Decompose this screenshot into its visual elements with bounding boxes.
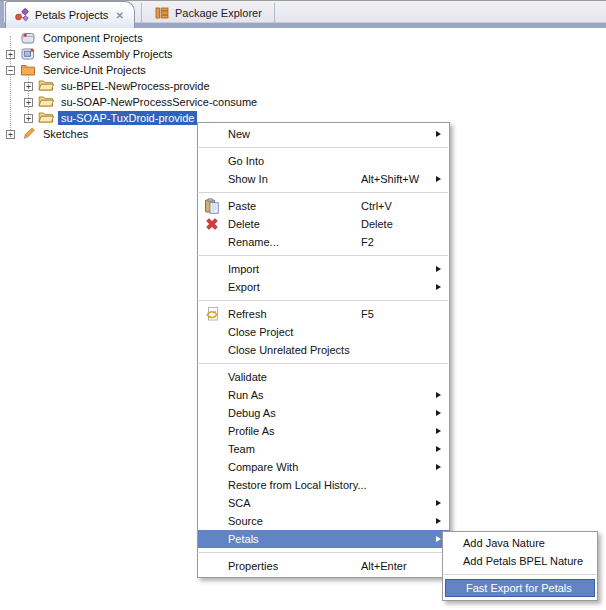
submenu-arrow-icon (436, 464, 441, 470)
petals-projects-view: Petals Projects ✕ Package Explorer Compo… (0, 0, 606, 610)
menu-item-validate[interactable]: Validate (198, 368, 449, 386)
submenu-arrow-icon (436, 500, 441, 506)
menu-item-compare-with[interactable]: Compare With (198, 458, 449, 476)
menu-item-run-as[interactable]: Run As (198, 386, 449, 404)
submenu-arrow-icon (436, 446, 441, 452)
package-explorer-icon (154, 5, 170, 21)
menu-item-add-java-nature[interactable]: Add Java Nature (443, 534, 597, 552)
folder-open-icon (38, 94, 54, 110)
menu-item-rename[interactable]: Rename... F2 (198, 233, 449, 251)
submenu-arrow-icon (436, 176, 441, 182)
menu-shortcut: F5 (361, 308, 374, 320)
folder-open-icon (38, 78, 54, 94)
menu-item-add-petals-bpel-nature[interactable]: Add Petals BPEL Nature (443, 552, 597, 570)
folder-icon (20, 62, 36, 78)
tree-item-label: su-SOAP-NewProcessService-consume (58, 95, 260, 109)
paste-icon (204, 198, 220, 214)
menu-separator (199, 363, 448, 364)
tree-item-su-soap-newprocessservice-consume[interactable]: + su-SOAP-NewProcessService-consume (6, 94, 260, 110)
menu-item-refresh[interactable]: Refresh F5 (198, 305, 449, 323)
menu-item-delete[interactable]: Delete Delete (198, 215, 449, 233)
component-project-icon (20, 30, 36, 46)
tree-item-service-unit-projects[interactable]: − Service-Unit Projects (6, 62, 149, 78)
menu-item-close-project[interactable]: Close Project (198, 323, 449, 341)
menu-separator (199, 192, 448, 193)
tree-item-su-bpel-newprocess-provide[interactable]: + su-BPEL-NewProcess-provide (6, 78, 213, 94)
refresh-icon (204, 306, 220, 322)
menu-item-petals[interactable]: Petals (198, 530, 449, 548)
menu-item-go-into[interactable]: Go Into (198, 152, 449, 170)
tree-item-label: Service Assembly Projects (40, 47, 176, 61)
menu-shortcut: Delete (361, 218, 393, 230)
submenu-arrow-icon (436, 518, 441, 524)
expand-plus-icon[interactable]: + (24, 98, 33, 107)
service-assembly-icon (20, 46, 36, 62)
menu-separator (444, 574, 596, 575)
expand-plus-icon[interactable]: + (24, 114, 33, 123)
submenu-arrow-icon (436, 428, 441, 434)
tree-item-sketches[interactable]: + Sketches (6, 126, 91, 142)
expand-plus-icon[interactable]: + (24, 82, 33, 91)
petals-logo-icon (14, 7, 30, 23)
menu-separator (199, 552, 448, 553)
tab-petals-projects[interactable]: Petals Projects ✕ (5, 1, 135, 28)
petals-submenu: Add Java Nature Add Petals BPEL Nature F… (442, 531, 598, 601)
pencil-icon (20, 126, 36, 142)
tree-item-component-projects[interactable]: Component Projects (6, 30, 146, 46)
tree-item-label: Component Projects (40, 31, 146, 45)
submenu-arrow-icon (436, 266, 441, 272)
folder-open-icon (38, 110, 54, 126)
tree-item-service-assembly-projects[interactable]: + Service Assembly Projects (6, 46, 176, 62)
menu-item-team[interactable]: Team (198, 440, 449, 458)
submenu-arrow-icon (436, 284, 441, 290)
menu-item-debug-as[interactable]: Debug As (198, 404, 449, 422)
menu-item-restore-from-local-history[interactable]: Restore from Local History... (198, 476, 449, 494)
menu-item-sca[interactable]: SCA (198, 494, 449, 512)
close-icon[interactable]: ✕ (115, 10, 123, 21)
submenu-arrow-icon (436, 410, 441, 416)
menu-shortcut: F2 (361, 236, 374, 248)
menu-shortcut: Alt+Shift+W (361, 173, 419, 185)
menu-item-close-unrelated-projects[interactable]: Close Unrelated Projects (198, 341, 449, 359)
tree-item-label: Service-Unit Projects (40, 63, 149, 77)
submenu-arrow-icon (436, 392, 441, 398)
tree-item-su-soap-tuxdroid-provide[interactable]: + su-SOAP-TuxDroid-provide (6, 110, 197, 126)
menu-item-import[interactable]: Import (198, 260, 449, 278)
menu-shortcut: Ctrl+V (361, 200, 392, 212)
tab-package-explorer[interactable]: Package Explorer (141, 3, 275, 23)
collapse-minus-icon[interactable]: − (6, 66, 15, 75)
menu-shortcut: Alt+Enter (361, 560, 407, 572)
delete-icon (204, 216, 220, 232)
submenu-arrow-icon (436, 536, 441, 542)
menu-item-source[interactable]: Source (198, 512, 449, 530)
menu-item-new[interactable]: New (198, 125, 449, 143)
menu-item-properties[interactable]: Properties Alt+Enter (198, 557, 449, 575)
context-menu: New Go Into Show In Alt+Shift+W Paste Ct… (197, 122, 450, 578)
menu-item-show-in[interactable]: Show In Alt+Shift+W (198, 170, 449, 188)
menu-separator (199, 147, 448, 148)
menu-separator (199, 300, 448, 301)
menu-separator (199, 255, 448, 256)
submenu-arrow-icon (436, 131, 441, 137)
menu-item-profile-as[interactable]: Profile As (198, 422, 449, 440)
menu-item-fast-export-for-petals[interactable]: Fast Export for Petals (445, 579, 595, 597)
tree-item-label: su-BPEL-NewProcess-provide (58, 79, 213, 93)
expand-plus-icon[interactable]: + (6, 130, 15, 139)
expand-plus-icon[interactable]: + (6, 50, 15, 59)
tab-label: Petals Projects (35, 9, 108, 21)
tab-label: Package Explorer (175, 7, 262, 19)
tree-item-label-selected: su-SOAP-TuxDroid-provide (58, 111, 197, 125)
tree-item-label: Sketches (40, 127, 91, 141)
menu-item-paste[interactable]: Paste Ctrl+V (198, 197, 449, 215)
menu-item-export[interactable]: Export (198, 278, 449, 296)
